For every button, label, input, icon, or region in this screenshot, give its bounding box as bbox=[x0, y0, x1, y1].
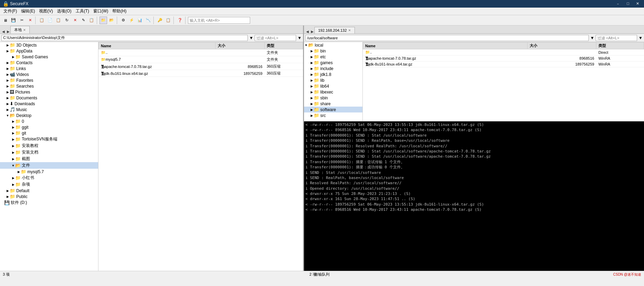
tree-expand-icon[interactable]: ▶ bbox=[6, 43, 10, 47]
local-tree-item[interactable]: ▶📁AppData bbox=[0, 48, 98, 54]
tree-expand-icon[interactable]: ▶ bbox=[11, 120, 15, 123]
remote-path-input[interactable] bbox=[305, 35, 589, 41]
remote-tree-item[interactable]: ▶📁src bbox=[304, 112, 362, 118]
tree-expand-icon[interactable]: ▼ bbox=[11, 164, 15, 167]
local-tree-item[interactable]: ▶📁杂项 bbox=[0, 181, 98, 188]
tb-local-btn[interactable]: 📁 bbox=[100, 17, 107, 24]
local-filter-dropdown[interactable]: ▼ bbox=[297, 36, 302, 40]
tb-refresh-btn[interactable]: ↻ bbox=[63, 17, 70, 24]
local-next-arrow[interactable]: ▶ bbox=[6, 30, 10, 33]
local-tree-item[interactable]: ▶📁mysql5.7 bbox=[0, 169, 98, 175]
remote-tree-item[interactable]: ▶📁etc bbox=[304, 54, 362, 60]
local-path-dropdown[interactable]: ▼ bbox=[249, 36, 253, 40]
tb-copy-btn[interactable]: 📋 bbox=[38, 17, 46, 24]
local-tab-close[interactable]: ✕ bbox=[23, 28, 26, 32]
tree-expand-icon[interactable]: ▶ bbox=[310, 108, 314, 111]
remote-file-row[interactable]: 📁.. Direct bbox=[363, 49, 644, 56]
tree-expand-icon[interactable]: ▶ bbox=[11, 144, 15, 148]
tree-expand-icon[interactable]: ▶ bbox=[6, 85, 10, 88]
tb-btn14[interactable]: 📉 bbox=[144, 17, 152, 24]
remote-tree-item[interactable]: ▼📂local bbox=[304, 42, 362, 48]
remote-next-arrow[interactable]: ▶ bbox=[310, 30, 314, 33]
tree-expand-icon[interactable]: ▶ bbox=[310, 67, 314, 70]
tree-expand-icon[interactable]: ▶ bbox=[310, 102, 314, 106]
local-tree-item[interactable]: ▶📁Documents bbox=[0, 95, 98, 101]
tree-expand-icon[interactable]: ▶ bbox=[6, 189, 10, 193]
tree-expand-icon[interactable]: ▶ bbox=[310, 79, 314, 82]
remote-file-row[interactable]: 🗜apache-tomcat-7.0.78.tar.gz 8968516 Win… bbox=[363, 56, 644, 61]
menu-view[interactable]: 视图(V) bbox=[37, 8, 55, 15]
local-file-row[interactable]: 🗜jdk-8u161-linux-x64.tar.gz 189756259 36… bbox=[99, 70, 303, 77]
local-tree-item[interactable]: ▶📁Default bbox=[0, 188, 98, 194]
menu-window[interactable]: 窗口(W) bbox=[91, 8, 110, 15]
tb-btn13[interactable]: 📊 bbox=[136, 17, 144, 24]
menu-options[interactable]: 选项(O) bbox=[55, 8, 73, 15]
remote-prev-arrow[interactable]: ◀ bbox=[305, 30, 310, 33]
remote-tree-item[interactable]: ▶📁games bbox=[304, 60, 362, 66]
tb-btn9[interactable]: 📋 bbox=[88, 17, 95, 24]
tree-expand-icon[interactable]: ▶ bbox=[6, 102, 10, 106]
local-filter-input[interactable] bbox=[255, 35, 296, 41]
remote-file-row[interactable]: 🗜jdk-8u161-linux-x64.tar.gz 189756259 Wi… bbox=[363, 61, 644, 67]
tree-expand-icon[interactable]: ▶ bbox=[11, 55, 15, 59]
tb-key-btn[interactable]: 🔑 bbox=[156, 17, 164, 24]
remote-col-name[interactable]: Name bbox=[363, 42, 528, 49]
remote-tree-item[interactable]: ▶📁share bbox=[304, 101, 362, 107]
tree-expand-icon[interactable]: ▶ bbox=[11, 131, 15, 135]
tb-help-btn[interactable]: ❓ bbox=[176, 17, 184, 24]
tb-btn16[interactable]: 📋 bbox=[164, 17, 172, 24]
remote-tree-item[interactable]: ▶📁sbin bbox=[304, 95, 362, 101]
minimize-button[interactable]: － bbox=[614, 1, 622, 7]
tree-expand-icon[interactable]: ▶ bbox=[6, 90, 10, 94]
remote-tab[interactable]: 192.168.204.132 ✕ bbox=[314, 27, 355, 33]
tb-delete-btn[interactable]: ✕ bbox=[71, 17, 79, 24]
tb-rename-btn[interactable]: ✎ bbox=[79, 17, 87, 24]
tree-expand-icon[interactable]: ▶ bbox=[11, 183, 15, 186]
close-button[interactable]: ✕ bbox=[634, 1, 641, 7]
maximize-button[interactable]: □ bbox=[625, 1, 631, 7]
remote-tree-item[interactable]: ▶📁software bbox=[304, 107, 362, 112]
remote-col-type[interactable]: 类型 bbox=[596, 42, 644, 49]
local-tree-item[interactable]: ▶📁Public bbox=[0, 194, 98, 199]
tree-expand-icon[interactable]: ▶ bbox=[310, 61, 314, 65]
local-tree-item[interactable]: ▼📂文件 bbox=[0, 162, 98, 169]
remote-filter-dropdown[interactable]: ▼ bbox=[638, 36, 643, 40]
menu-tools[interactable]: 工具(T) bbox=[74, 8, 91, 15]
local-tree-item[interactable]: ▶📁0 bbox=[0, 118, 98, 124]
remote-tree-item[interactable]: ▶📁lib bbox=[304, 77, 362, 83]
local-file-row[interactable]: 🗜apache-tomcat-7.0.78.tar.gz 8968516 360… bbox=[99, 63, 303, 70]
local-tree-item[interactable]: ▶📁Contacts bbox=[0, 60, 98, 66]
tb-paste-btn[interactable]: 📄 bbox=[46, 17, 54, 24]
local-prev-arrow[interactable]: ◀ bbox=[1, 30, 6, 33]
local-file-row[interactable]: 📁mysql5.7 文件夹 bbox=[99, 56, 303, 63]
tree-expand-icon[interactable]: ▶ bbox=[310, 85, 314, 88]
local-tree-item[interactable]: ▶📁Favorites bbox=[0, 77, 98, 83]
local-tab[interactable]: 本地 ✕ bbox=[10, 26, 30, 33]
col-type-header[interactable]: 类型 bbox=[265, 42, 303, 49]
local-tree-item[interactable]: ▶🎵Music bbox=[0, 107, 98, 112]
tree-expand-icon[interactable]: ▶ bbox=[6, 108, 10, 111]
tb-btn11[interactable]: ⚙ bbox=[120, 17, 127, 24]
local-file-row[interactable]: 📁.. 文件夹 bbox=[99, 49, 303, 56]
remote-tab-close[interactable]: ✕ bbox=[348, 29, 351, 32]
menu-edit[interactable]: 编辑(E) bbox=[19, 8, 37, 15]
tree-expand-icon[interactable]: ▶ bbox=[6, 49, 10, 53]
tree-expand-icon[interactable]: ▼ bbox=[304, 43, 308, 47]
tree-expand-icon[interactable]: ▶ bbox=[11, 126, 15, 129]
remote-tree-item[interactable]: ▶📁libexec bbox=[304, 89, 362, 95]
tb-stop-btn[interactable]: ✕ bbox=[26, 17, 34, 24]
tree-expand-icon[interactable]: ▶ bbox=[310, 49, 314, 53]
title-bar-controls[interactable]: － □ ✕ bbox=[614, 1, 641, 7]
tree-expand-icon[interactable]: ▶ bbox=[6, 73, 10, 76]
local-tree-item[interactable]: ▶📁Searches bbox=[0, 83, 98, 89]
tree-expand-icon[interactable]: ▶ bbox=[310, 96, 314, 100]
remote-filter-input[interactable] bbox=[596, 35, 637, 41]
tb-btn2[interactable]: 💾 bbox=[10, 17, 17, 24]
local-tree-item[interactable]: ▶📁安装教程 bbox=[0, 142, 98, 149]
col-size-header[interactable]: 大小 bbox=[216, 42, 265, 49]
remote-path-dropdown[interactable]: ▼ bbox=[590, 36, 594, 40]
menu-file[interactable]: 文件(F) bbox=[1, 8, 19, 15]
tb-btn3[interactable]: ✂ bbox=[18, 17, 26, 24]
remote-tree-item[interactable]: ▶📁jdk1.8 bbox=[304, 71, 362, 77]
tree-expand-icon[interactable]: ▶ bbox=[310, 90, 314, 94]
